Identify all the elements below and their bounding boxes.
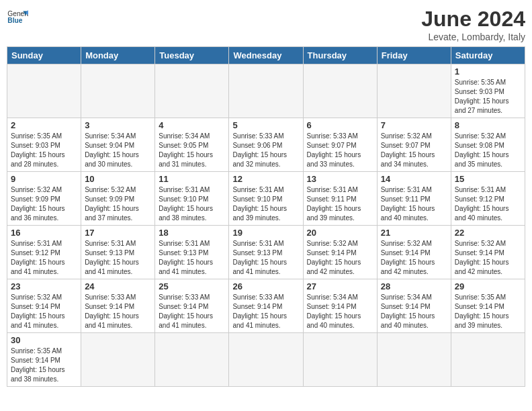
calendar-day-cell: 30Sunrise: 5:35 AM Sunset: 9:14 PM Dayli… bbox=[7, 333, 81, 387]
day-number: 8 bbox=[455, 120, 521, 130]
calendar-day-cell bbox=[229, 64, 303, 118]
calendar-day-cell: 25Sunrise: 5:33 AM Sunset: 9:14 PM Dayli… bbox=[155, 279, 229, 333]
calendar-day-cell: 22Sunrise: 5:32 AM Sunset: 9:14 PM Dayli… bbox=[451, 226, 525, 279]
calendar-day-cell bbox=[229, 333, 303, 387]
calendar-week-row: 23Sunrise: 5:32 AM Sunset: 9:14 PM Dayli… bbox=[7, 279, 525, 333]
calendar-day-cell: 21Sunrise: 5:32 AM Sunset: 9:14 PM Dayli… bbox=[377, 226, 451, 279]
day-info: Sunrise: 5:32 AM Sunset: 9:14 PM Dayligh… bbox=[381, 239, 447, 277]
day-number: 17 bbox=[85, 228, 151, 238]
calendar-day-cell: 11Sunrise: 5:31 AM Sunset: 9:10 PM Dayli… bbox=[155, 172, 229, 226]
weekday-header-sunday: Sunday bbox=[7, 47, 81, 64]
calendar-day-cell bbox=[377, 333, 451, 387]
day-number: 15 bbox=[455, 174, 521, 184]
calendar-day-cell: 15Sunrise: 5:31 AM Sunset: 9:12 PM Dayli… bbox=[451, 172, 525, 226]
calendar-day-cell: 27Sunrise: 5:34 AM Sunset: 9:14 PM Dayli… bbox=[303, 279, 377, 333]
calendar-day-cell bbox=[81, 64, 155, 118]
day-number: 23 bbox=[11, 281, 77, 291]
calendar-day-cell: 13Sunrise: 5:31 AM Sunset: 9:11 PM Dayli… bbox=[303, 172, 377, 226]
day-number: 10 bbox=[85, 174, 151, 184]
day-number: 26 bbox=[232, 281, 299, 291]
day-info: Sunrise: 5:32 AM Sunset: 9:08 PM Dayligh… bbox=[455, 132, 521, 169]
day-info: Sunrise: 5:33 AM Sunset: 9:06 PM Dayligh… bbox=[232, 132, 299, 169]
calendar-day-cell: 6Sunrise: 5:33 AM Sunset: 9:07 PM Daylig… bbox=[303, 118, 377, 172]
day-info: Sunrise: 5:35 AM Sunset: 9:14 PM Dayligh… bbox=[455, 293, 521, 330]
weekday-header-wednesday: Wednesday bbox=[229, 47, 303, 64]
calendar-week-row: 9Sunrise: 5:32 AM Sunset: 9:09 PM Daylig… bbox=[7, 172, 525, 226]
calendar-day-cell: 4Sunrise: 5:34 AM Sunset: 9:05 PM Daylig… bbox=[155, 118, 229, 172]
day-number: 21 bbox=[381, 228, 447, 238]
weekday-header-saturday: Saturday bbox=[451, 47, 525, 64]
svg-text:Blue: Blue bbox=[7, 17, 22, 24]
day-number: 4 bbox=[159, 120, 225, 130]
logo-icon: General Blue bbox=[7, 7, 28, 28]
day-info: Sunrise: 5:33 AM Sunset: 9:14 PM Dayligh… bbox=[232, 293, 299, 330]
day-number: 3 bbox=[85, 120, 151, 130]
day-info: Sunrise: 5:33 AM Sunset: 9:07 PM Dayligh… bbox=[307, 132, 373, 169]
calendar-day-cell bbox=[155, 64, 229, 118]
day-number: 11 bbox=[159, 174, 225, 184]
day-number: 12 bbox=[232, 174, 299, 184]
day-info: Sunrise: 5:32 AM Sunset: 9:07 PM Dayligh… bbox=[381, 132, 447, 169]
calendar-day-cell: 24Sunrise: 5:33 AM Sunset: 9:14 PM Dayli… bbox=[81, 279, 155, 333]
calendar-day-cell: 3Sunrise: 5:34 AM Sunset: 9:04 PM Daylig… bbox=[81, 118, 155, 172]
calendar-day-cell: 12Sunrise: 5:31 AM Sunset: 9:10 PM Dayli… bbox=[229, 172, 303, 226]
weekday-header-tuesday: Tuesday bbox=[155, 47, 229, 64]
calendar-day-cell: 7Sunrise: 5:32 AM Sunset: 9:07 PM Daylig… bbox=[377, 118, 451, 172]
day-number: 24 bbox=[85, 281, 151, 291]
calendar-table: SundayMondayTuesdayWednesdayThursdayFrid… bbox=[7, 46, 525, 387]
day-number: 25 bbox=[159, 281, 225, 291]
day-number: 27 bbox=[307, 281, 373, 291]
calendar-day-cell bbox=[7, 64, 81, 118]
day-info: Sunrise: 5:32 AM Sunset: 9:14 PM Dayligh… bbox=[455, 239, 521, 277]
calendar-day-cell: 23Sunrise: 5:32 AM Sunset: 9:14 PM Dayli… bbox=[7, 279, 81, 333]
calendar-day-cell: 17Sunrise: 5:31 AM Sunset: 9:13 PM Dayli… bbox=[81, 226, 155, 279]
calendar-week-row: 30Sunrise: 5:35 AM Sunset: 9:14 PM Dayli… bbox=[7, 333, 525, 387]
calendar-day-cell: 8Sunrise: 5:32 AM Sunset: 9:08 PM Daylig… bbox=[451, 118, 525, 172]
calendar-day-cell: 14Sunrise: 5:31 AM Sunset: 9:11 PM Dayli… bbox=[377, 172, 451, 226]
weekday-header-monday: Monday bbox=[81, 47, 155, 64]
day-info: Sunrise: 5:31 AM Sunset: 9:13 PM Dayligh… bbox=[159, 239, 225, 277]
day-info: Sunrise: 5:34 AM Sunset: 9:04 PM Dayligh… bbox=[85, 132, 151, 169]
logo: General Blue bbox=[7, 7, 28, 28]
calendar-day-cell: 2Sunrise: 5:35 AM Sunset: 9:03 PM Daylig… bbox=[7, 118, 81, 172]
calendar-day-cell: 1Sunrise: 5:35 AM Sunset: 9:03 PM Daylig… bbox=[451, 64, 525, 118]
calendar-day-cell: 26Sunrise: 5:33 AM Sunset: 9:14 PM Dayli… bbox=[229, 279, 303, 333]
weekday-header-row: SundayMondayTuesdayWednesdayThursdayFrid… bbox=[7, 47, 525, 64]
day-info: Sunrise: 5:35 AM Sunset: 9:14 PM Dayligh… bbox=[11, 347, 77, 384]
day-info: Sunrise: 5:31 AM Sunset: 9:13 PM Dayligh… bbox=[232, 239, 299, 277]
day-info: Sunrise: 5:33 AM Sunset: 9:14 PM Dayligh… bbox=[85, 293, 151, 330]
day-number: 5 bbox=[232, 120, 299, 130]
day-info: Sunrise: 5:34 AM Sunset: 9:05 PM Dayligh… bbox=[159, 132, 225, 169]
calendar-day-cell bbox=[377, 64, 451, 118]
calendar-day-cell: 29Sunrise: 5:35 AM Sunset: 9:14 PM Dayli… bbox=[451, 279, 525, 333]
day-info: Sunrise: 5:34 AM Sunset: 9:14 PM Dayligh… bbox=[381, 293, 447, 330]
day-number: 2 bbox=[11, 120, 77, 130]
calendar-week-row: 1Sunrise: 5:35 AM Sunset: 9:03 PM Daylig… bbox=[7, 64, 525, 118]
calendar-day-cell: 20Sunrise: 5:32 AM Sunset: 9:14 PM Dayli… bbox=[303, 226, 377, 279]
day-info: Sunrise: 5:32 AM Sunset: 9:09 PM Dayligh… bbox=[11, 185, 77, 223]
day-info: Sunrise: 5:31 AM Sunset: 9:10 PM Dayligh… bbox=[159, 185, 225, 223]
day-info: Sunrise: 5:34 AM Sunset: 9:14 PM Dayligh… bbox=[307, 293, 373, 330]
calendar-day-cell: 19Sunrise: 5:31 AM Sunset: 9:13 PM Dayli… bbox=[229, 226, 303, 279]
calendar-day-cell: 10Sunrise: 5:32 AM Sunset: 9:09 PM Dayli… bbox=[81, 172, 155, 226]
calendar-day-cell bbox=[451, 333, 525, 387]
day-info: Sunrise: 5:33 AM Sunset: 9:14 PM Dayligh… bbox=[159, 293, 225, 330]
day-info: Sunrise: 5:32 AM Sunset: 9:09 PM Dayligh… bbox=[85, 185, 151, 223]
calendar-day-cell bbox=[303, 333, 377, 387]
calendar-day-cell: 16Sunrise: 5:31 AM Sunset: 9:12 PM Dayli… bbox=[7, 226, 81, 279]
day-number: 14 bbox=[381, 174, 447, 184]
day-info: Sunrise: 5:32 AM Sunset: 9:14 PM Dayligh… bbox=[307, 239, 373, 277]
day-number: 18 bbox=[159, 228, 225, 238]
day-number: 16 bbox=[11, 228, 77, 238]
day-info: Sunrise: 5:35 AM Sunset: 9:03 PM Dayligh… bbox=[455, 78, 521, 116]
calendar-week-row: 2Sunrise: 5:35 AM Sunset: 9:03 PM Daylig… bbox=[7, 118, 525, 172]
calendar-day-cell: 9Sunrise: 5:32 AM Sunset: 9:09 PM Daylig… bbox=[7, 172, 81, 226]
location-subtitle: Levate, Lombardy, Italy bbox=[421, 32, 525, 42]
day-info: Sunrise: 5:31 AM Sunset: 9:13 PM Dayligh… bbox=[85, 239, 151, 277]
calendar-day-cell: 18Sunrise: 5:31 AM Sunset: 9:13 PM Dayli… bbox=[155, 226, 229, 279]
calendar-week-row: 16Sunrise: 5:31 AM Sunset: 9:12 PM Dayli… bbox=[7, 226, 525, 279]
day-info: Sunrise: 5:31 AM Sunset: 9:11 PM Dayligh… bbox=[381, 185, 447, 223]
calendar-day-cell bbox=[81, 333, 155, 387]
day-number: 28 bbox=[381, 281, 447, 291]
day-number: 7 bbox=[381, 120, 447, 130]
